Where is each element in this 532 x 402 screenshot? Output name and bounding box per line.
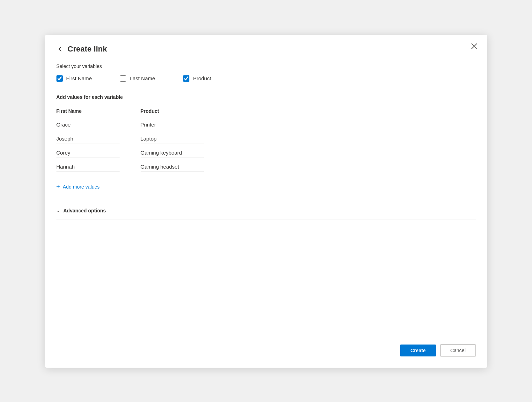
select-variables-label: Select your variables: [56, 63, 476, 69]
checkbox-product[interactable]: Product: [183, 75, 211, 82]
checkbox-first-name-label: First Name: [66, 75, 92, 81]
table-row: [56, 120, 476, 129]
col-header-first-name: First Name: [56, 108, 120, 114]
close-button[interactable]: [470, 42, 479, 51]
cancel-button[interactable]: Cancel: [440, 345, 476, 356]
footer-buttons: Create Cancel: [56, 331, 476, 356]
values-section-title: Add values for each variable: [56, 94, 476, 100]
product-input-2[interactable]: [141, 134, 204, 143]
values-section: Add values for each variable First Name …: [56, 94, 476, 202]
variables-row: First Name Last Name Product: [56, 75, 476, 82]
product-input-4[interactable]: [141, 162, 204, 171]
first-name-input-4[interactable]: [56, 162, 120, 171]
content-area: Select your variables First Name Last Na…: [56, 63, 476, 356]
col-header-product: Product: [141, 108, 204, 114]
plus-icon: +: [56, 183, 60, 191]
values-rows: [56, 120, 476, 176]
checkbox-first-name[interactable]: First Name: [56, 75, 92, 82]
first-name-input-3[interactable]: [56, 148, 120, 157]
dialog-header: Create link: [56, 45, 476, 54]
advanced-options-section: ⌄ Advanced options: [56, 202, 476, 219]
create-button[interactable]: Create: [400, 345, 436, 356]
first-name-input-2[interactable]: [56, 134, 120, 143]
table-row: [56, 148, 476, 157]
select-variables-section: Select your variables First Name Last Na…: [56, 63, 476, 94]
add-more-button[interactable]: + Add more values: [56, 183, 100, 191]
advanced-options-label: Advanced options: [63, 208, 106, 213]
checkbox-product-input[interactable]: [183, 75, 189, 82]
checkbox-last-name-input[interactable]: [120, 75, 126, 82]
checkbox-last-name[interactable]: Last Name: [120, 75, 155, 82]
product-input-1[interactable]: [141, 120, 204, 129]
add-more-label: Add more values: [63, 184, 100, 190]
create-link-dialog: Create link Select your variables First …: [45, 35, 487, 368]
checkbox-first-name-input[interactable]: [56, 75, 63, 82]
checkbox-product-label: Product: [193, 75, 211, 81]
checkbox-last-name-label: Last Name: [130, 75, 155, 81]
back-button[interactable]: [56, 46, 63, 53]
advanced-options-toggle[interactable]: ⌄ Advanced options: [56, 208, 106, 213]
dialog-title: Create link: [68, 45, 107, 54]
product-input-3[interactable]: [141, 148, 204, 157]
table-row: [56, 162, 476, 171]
columns-header: First Name Product: [56, 108, 476, 114]
first-name-input-1[interactable]: [56, 120, 120, 129]
table-row: [56, 134, 476, 143]
chevron-down-icon: ⌄: [56, 208, 60, 213]
